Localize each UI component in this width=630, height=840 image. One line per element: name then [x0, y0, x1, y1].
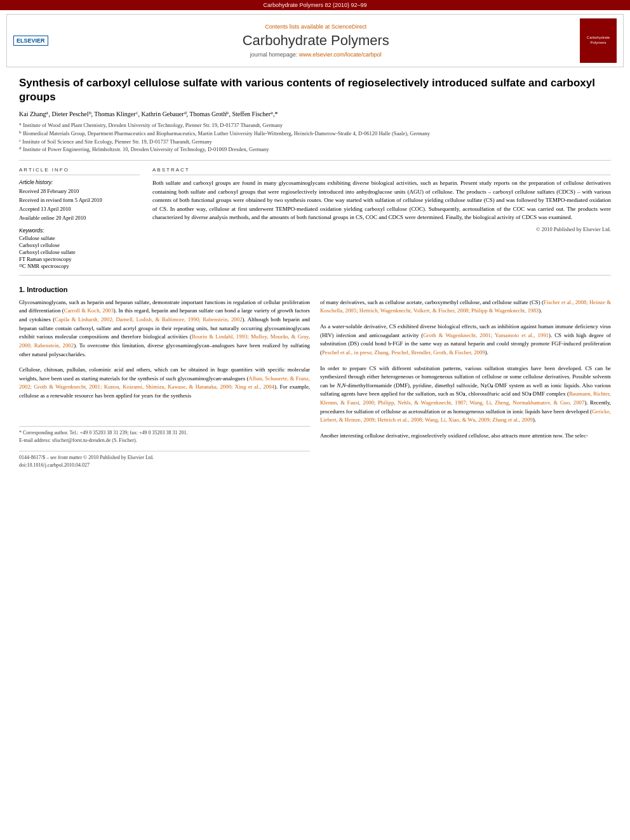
- copyright-notice: © 2010 Published by Elsevier Ltd.: [152, 226, 611, 232]
- intro-para-1: Glycosaminoglycans, such as heparin and …: [19, 298, 310, 359]
- homepage-url[interactable]: www.elsevier.com/locate/carbpol: [299, 51, 382, 58]
- journal-title-block: Contents lists available at ScienceDirec…: [52, 23, 580, 58]
- intro-body: Glycosaminoglycans, such as heparin and …: [19, 298, 611, 472]
- intro-para-2: Cellulose, chitosan, pullulan, colominic…: [19, 366, 310, 401]
- authors-line: Kai Zhangᵃ, Dieter Peschelᵇ, Thomas Klin…: [19, 109, 611, 119]
- keyword-1: Cellulose sulfate: [19, 235, 140, 241]
- received-date: Received 28 February 2010: [19, 188, 140, 196]
- affiliations-block: ᵃ Institute of Wood and Plant Chemistry,…: [19, 121, 611, 154]
- footnote-section: * Corresponding author. Tel.: +49 0 3520…: [19, 426, 310, 444]
- affiliation-b: ᵇ Biomedical Materials Group, Department…: [19, 130, 611, 138]
- journal-header: ELSEVIER Contents lists available at Sci…: [6, 14, 624, 67]
- article-title: Synthesis of carboxyl cellulose sulfate …: [19, 76, 611, 104]
- abstract-text: Both sulfate and carboxyl groups are fou…: [152, 179, 611, 222]
- affiliation-c: ᶜ Institute of Soil Science and Site Eco…: [19, 138, 611, 146]
- footnote-corresponding: * Corresponding author. Tel.: +49 0 3520…: [19, 429, 310, 437]
- intro-heading: 1. Introduction: [19, 286, 611, 293]
- keywords-label: Keywords:: [19, 227, 140, 234]
- introduction-section: 1. Introduction Glycosaminoglycans, such…: [19, 286, 611, 472]
- journal-name: Carbohydrate Polymers: [52, 32, 580, 49]
- journal-reference-bar: Carbohydrate Polymers 82 (2010) 92–99: [0, 0, 630, 10]
- body-divider: [19, 275, 611, 276]
- history-label: Article history:: [19, 179, 140, 185]
- affiliation-a: ᵃ Institute of Wood and Plant Chemistry,…: [19, 121, 611, 130]
- intro-right-para-3: In order to prepare CS with different su…: [320, 364, 611, 425]
- intro-right-col: of many derivatives, such as cellulose a…: [320, 298, 611, 472]
- section-divider: [19, 160, 611, 161]
- intro-right-para-1: of many derivatives, such as cellulose a…: [320, 298, 611, 316]
- intro-right-para-4: Another interesting cellulose derivative…: [320, 432, 611, 441]
- bottom-bar: 0144-8617/$ – see front matter © 2010 Pu…: [19, 451, 310, 472]
- keyword-3: Carboxyl cellulose sulfate: [19, 249, 140, 255]
- abstract-col: ABSTRACT Both sulfate and carboxyl group…: [152, 167, 611, 270]
- affiliation-d: ᵈ Institute of Power Engineering, Helmho…: [19, 145, 611, 154]
- elsevier-logo: ELSEVIER: [13, 36, 52, 46]
- keyword-5: ¹³C NMR spectroscopy: [19, 263, 140, 269]
- article-info-col: ARTICLE INFO Article history: Received 2…: [19, 167, 140, 270]
- intro-right-para-2: As a water-soluble derivative, CS exhibi…: [320, 323, 611, 357]
- online-date: Available online 20 April 2010: [19, 215, 140, 222]
- footnote-email: E-mail address: sfischer@forst.tu-dresde…: [19, 437, 310, 444]
- journal-homepage: journal homepage: www.elsevier.com/locat…: [52, 51, 580, 58]
- article-info-section-label: ARTICLE INFO: [19, 167, 140, 175]
- accepted-date: Accepted 13 April 2010: [19, 206, 140, 213]
- abstract-section-label: ABSTRACT: [152, 167, 611, 175]
- sciencedirect-link[interactable]: Contents lists available at ScienceDirec…: [52, 23, 580, 30]
- journal-cover-image: Carbohydrate Polymers: [580, 18, 617, 63]
- main-content: Synthesis of carboxyl cellulose sulfate …: [0, 76, 630, 472]
- issn-line: 0144-8617/$ – see front matter © 2010 Pu…: [19, 454, 310, 462]
- doi-line: doi:10.1016/j.carbpol.2010.04.027: [19, 462, 310, 469]
- keyword-2: Carboxyl cellulose: [19, 242, 140, 248]
- article-info-abstract: ARTICLE INFO Article history: Received 2…: [19, 167, 611, 270]
- keyword-4: FT Raman spectroscopy: [19, 256, 140, 262]
- journal-reference-text: Carbohydrate Polymers 82 (2010) 92–99: [263, 2, 366, 8]
- revised-date: Received in revised form 5 April 2010: [19, 197, 140, 204]
- intro-left-col: Glycosaminoglycans, such as heparin and …: [19, 298, 310, 472]
